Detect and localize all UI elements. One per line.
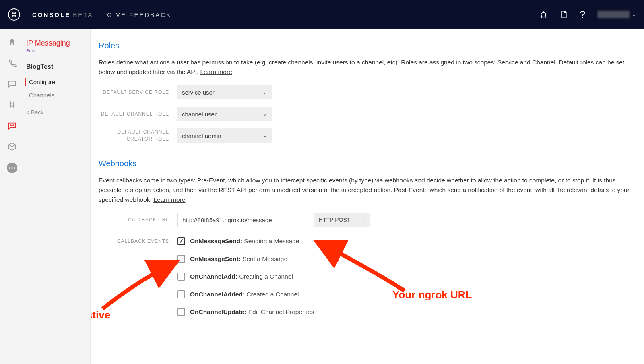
- sidebar-back[interactable]: < Back: [24, 109, 90, 116]
- callback-events-list: OnMessageSend: Sending a MessageOnMessag…: [177, 237, 314, 316]
- roles-learn-more-link[interactable]: Learn more: [200, 68, 232, 75]
- chevron-down-icon: ⌄: [361, 217, 365, 223]
- chat-icon[interactable]: [7, 121, 17, 130]
- event-label: OnChannelAdd: Creating a Channel: [190, 273, 293, 280]
- give-feedback-link[interactable]: GIVE FEEDBACK: [107, 11, 171, 18]
- event-checkbox[interactable]: [177, 308, 185, 316]
- user-name-redacted: [597, 11, 630, 18]
- callback-event-item: OnChannelAdded: Created a Channel: [177, 290, 314, 298]
- callback-events-label: CALLBACK EVENTS: [99, 237, 177, 245]
- hash-icon[interactable]: [7, 100, 17, 110]
- messaging-icon[interactable]: [7, 79, 17, 89]
- user-menu[interactable]: ⌄: [597, 11, 636, 18]
- default-channel-creator-role-select[interactable]: channel admin⌄: [177, 128, 272, 143]
- default-service-role-label: DEFAULT SERVICE ROLE: [99, 89, 177, 96]
- roles-heading: Roles: [99, 41, 632, 50]
- event-label: OnChannelUpdate: Edit Channel Properties: [190, 308, 314, 316]
- sidebar-service-name[interactable]: BlogTest: [24, 63, 90, 70]
- cube-icon[interactable]: [7, 142, 17, 151]
- chevron-down-icon: ⌄: [263, 111, 267, 117]
- debug-icon[interactable]: [539, 10, 548, 19]
- event-label: OnMessageSent: Sent a Message: [190, 255, 287, 263]
- phone-icon[interactable]: [7, 58, 17, 68]
- webhooks-description: Event callbacks come in two types: Pre-E…: [99, 176, 632, 205]
- event-label: OnChannelAdded: Created a Channel: [190, 291, 299, 298]
- default-channel-role-select[interactable]: channel user⌄: [177, 107, 272, 121]
- nav-rail: [0, 29, 24, 364]
- more-icon[interactable]: [7, 163, 17, 173]
- brand-name: CONSOLE: [32, 11, 70, 18]
- chevron-down-icon: ⌄: [263, 133, 267, 139]
- callback-event-item: OnMessageSent: Sent a Message: [177, 255, 314, 263]
- sidebar-beta-tag: Beta: [24, 48, 90, 53]
- event-checkbox[interactable]: [177, 273, 185, 281]
- callback-event-item: OnMessageSend: Sending a Message: [177, 237, 314, 245]
- main-content: Roles Roles define what actions a user h…: [91, 29, 644, 364]
- http-method-select[interactable]: HTTP POST⌄: [314, 213, 370, 227]
- default-channel-creator-role-label: DEFAULT CHANNEL CREATOR ROLE: [99, 129, 177, 143]
- callback-url-input[interactable]: [177, 213, 314, 227]
- svg-point-1: [10, 125, 11, 126]
- event-checkbox[interactable]: [177, 290, 185, 298]
- event-checkbox[interactable]: [177, 237, 185, 245]
- svg-point-2: [12, 125, 12, 126]
- default-service-role-select[interactable]: service user⌄: [177, 85, 272, 99]
- webhooks-heading: Webhooks: [99, 159, 632, 168]
- callback-url-label: CALLBACK URL: [99, 217, 177, 223]
- default-channel-role-label: DEFAULT CHANNEL ROLE: [99, 111, 177, 118]
- sidebar-item-configure[interactable]: Configure: [24, 75, 90, 89]
- chevron-down-icon: ⌄: [632, 12, 636, 17]
- sidebar: IP Messaging Beta BlogTest Configure Cha…: [24, 29, 91, 364]
- roles-description: Roles define what actions a user has per…: [99, 58, 632, 77]
- callback-event-item: OnChannelUpdate: Edit Channel Properties: [177, 308, 314, 316]
- event-label: OnMessageSend: Sending a Message: [190, 238, 299, 245]
- twilio-logo[interactable]: [8, 8, 20, 21]
- callback-event-item: OnChannelAdd: Creating a Channel: [177, 273, 314, 281]
- event-checkbox[interactable]: [177, 255, 185, 263]
- sidebar-title: IP Messaging: [24, 39, 90, 48]
- brand-beta: BETA: [73, 11, 93, 18]
- app-header: CONSOLE BETA GIVE FEEDBACK ? ⌄: [0, 0, 644, 29]
- svg-point-3: [13, 125, 14, 126]
- webhooks-learn-more-link[interactable]: Learn more: [153, 196, 185, 203]
- sidebar-item-channels[interactable]: Channels: [24, 89, 90, 102]
- docs-icon[interactable]: [560, 10, 568, 19]
- home-icon[interactable]: [7, 37, 17, 47]
- chevron-down-icon: ⌄: [263, 89, 267, 95]
- help-icon[interactable]: ?: [580, 9, 585, 20]
